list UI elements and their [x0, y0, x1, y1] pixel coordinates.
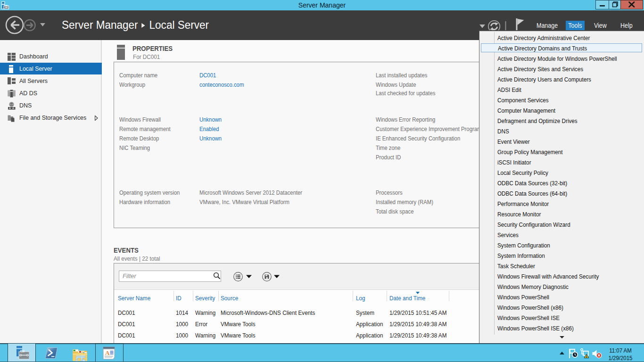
svg-text:A: A	[105, 349, 110, 356]
